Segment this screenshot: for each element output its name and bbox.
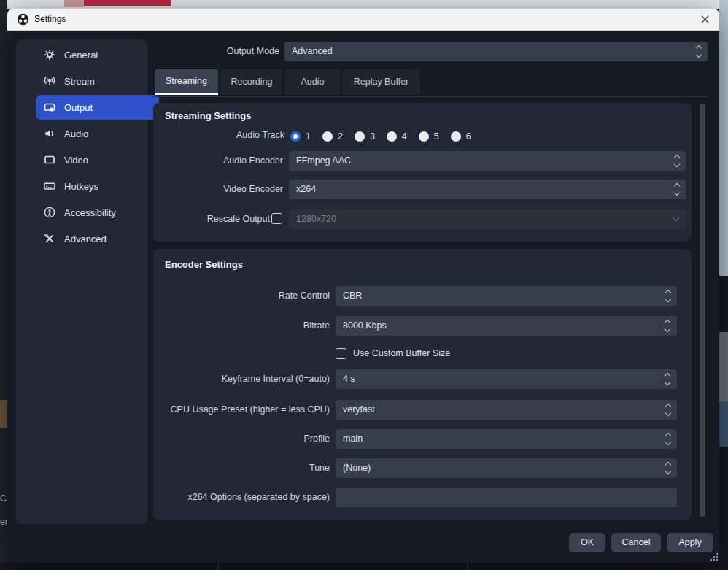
encoder-settings-title: Encoder Settings [165,259,243,270]
tune-select[interactable]: (None) [336,458,677,478]
rate-control-label: Rate Control [153,286,330,306]
radio-label: 4 [402,131,407,142]
chevron-up-down-icon [666,463,670,474]
sidebar-item-audio[interactable]: Audio [36,121,159,146]
tab-recording[interactable]: Recording [221,69,282,95]
sidebar-item-output[interactable]: Output [36,95,159,120]
chevron-down-icon [674,216,678,220]
radio-label: 1 [306,131,311,142]
cpu-usage-preset-value: veryfast [343,404,375,415]
chevron-up-down-icon [697,46,701,57]
x264-options-input[interactable] [336,488,677,507]
audio-track-label: Audio Track [153,128,284,142]
apply-button[interactable]: Apply [667,533,713,552]
keyframe-interval-stepper[interactable]: 4 s [336,369,677,389]
chevron-up-down-icon [666,404,670,415]
cpu-usage-preset-label: CPU Usage Preset (higher = less CPU) [153,400,330,420]
audio-track-option-2[interactable]: 2 [322,131,343,142]
tune-value: (None) [343,463,371,473]
tabs-separator [153,96,708,97]
titlebar[interactable]: Settings [7,9,719,31]
chevron-up-down-icon [675,155,679,166]
profile-select[interactable]: main [336,429,677,449]
audio-encoder-value: FFmpeg AAC [296,155,351,166]
audio-track-radio-group: 1 2 3 4 5 6 [290,130,471,143]
tab-streaming[interactable]: Streaming [155,69,218,95]
audio-track-option-6[interactable]: 6 [451,131,471,142]
video-encoder-select[interactable]: x264 [289,180,686,199]
chevron-up-down-icon [666,290,670,301]
radio-label: 2 [338,131,343,142]
tab-label: Streaming [166,76,207,86]
cpu-usage-preset-select[interactable]: veryfast [336,400,677,420]
keyboard-icon [44,180,55,192]
chevron-down-icon[interactable] [665,380,670,385]
radio-icon [387,131,397,142]
rescale-output-checkbox[interactable] [271,213,282,224]
rescale-output-label: Rescale Output [153,209,270,229]
desktop-bottom-strip [0,563,728,570]
bitrate-stepper[interactable]: 8000 Kbps [336,316,677,336]
chevron-down-icon[interactable] [665,327,670,331]
sidebar-item-hotkeys[interactable]: Hotkeys [36,174,159,199]
sidebar-item-label: Hotkeys [64,181,98,192]
video-encoder-label: Video Encoder [153,180,283,199]
sidebar: General Stream Output Audio Video [16,39,147,524]
sidebar-item-video[interactable]: Video [36,147,159,172]
bitrate-value: 8000 Kbps [343,320,387,331]
audio-encoder-select[interactable]: FFmpeg AAC [289,151,686,171]
keyframe-interval-value: 4 s [343,374,355,384]
radio-icon [451,131,461,142]
background-text-fragment: Ca [0,493,7,504]
rescale-output-value: 1280x720 [296,214,336,224]
chevron-up-down-icon [666,434,670,444]
sidebar-item-label: Audio [64,128,88,139]
antenna-icon [44,75,55,87]
x264-options-label: x264 Options (separated by space) [153,488,330,507]
tab-replay-buffer[interactable]: Replay Buffer [343,69,419,95]
desktop-top-red-bar-fragment [84,0,171,6]
sidebar-item-label: General [64,50,98,61]
sidebar-item-label: Stream [64,76,95,87]
audio-track-option-4[interactable]: 4 [387,131,407,142]
audio-track-option-5[interactable]: 5 [419,131,439,142]
radio-selected-icon [290,131,301,142]
chevron-up-icon[interactable] [665,320,670,325]
use-custom-buffer-size-label: Use Custom Buffer Size [353,344,572,363]
radio-icon [322,131,333,142]
streaming-settings-title: Streaming Settings [165,110,251,121]
radio-label: 5 [434,131,439,142]
monitor-icon [44,154,55,166]
window-title: Settings [34,9,66,30]
audio-track-option-1[interactable]: 1 [290,131,311,142]
radio-label: 3 [370,131,375,142]
tab-label: Replay Buffer [354,77,409,87]
sidebar-item-stream[interactable]: Stream [36,69,159,93]
output-mode-value: Advanced [292,46,333,56]
resize-grip-icon[interactable] [709,552,719,565]
rescale-output-select: 1280x720 [289,209,686,229]
sidebar-item-advanced[interactable]: Advanced [36,226,159,251]
background-divider [217,563,219,570]
use-custom-buffer-size-checkbox[interactable] [336,348,346,359]
vertical-scrollbar[interactable] [700,104,705,517]
desktop-left-image-fragment [0,400,7,428]
audio-track-option-3[interactable]: 3 [355,131,375,142]
video-encoder-value: x264 [296,184,316,194]
cancel-button[interactable]: Cancel [611,533,661,552]
chevron-up-icon[interactable] [665,374,670,378]
sidebar-item-label: Video [64,155,88,166]
sidebar-item-accessibility[interactable]: Accessibility [36,200,159,225]
tab-label: Audio [301,77,325,87]
rate-control-select[interactable]: CBR [336,286,677,306]
chevron-up-down-icon [675,184,679,195]
desktop-top-pink-fragment [64,0,84,7]
close-icon[interactable] [696,11,713,28]
tab-audio[interactable]: Audio [285,69,340,95]
ok-button[interactable]: OK [569,533,605,552]
gear-icon [44,49,55,61]
tools-icon [44,233,55,244]
output-mode-select[interactable]: Advanced [284,42,708,61]
background-text-fragment: er [0,517,7,527]
sidebar-item-general[interactable]: General [36,42,159,67]
